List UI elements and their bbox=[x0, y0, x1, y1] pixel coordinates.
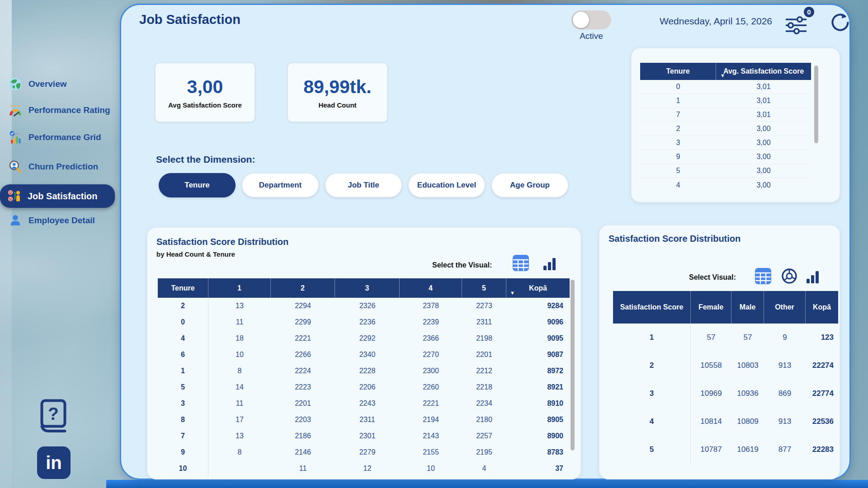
help-book-icon[interactable]: ? bbox=[38, 398, 68, 435]
column-header[interactable]: Kopā bbox=[806, 291, 838, 324]
table-visual-icon[interactable] bbox=[512, 254, 530, 274]
filter-sliders-icon[interactable] bbox=[785, 16, 807, 35]
table-cell: 8900 bbox=[506, 428, 570, 444]
table-cell: 8783 bbox=[506, 444, 570, 460]
refresh-icon[interactable] bbox=[830, 12, 851, 33]
table-cell: 2234 bbox=[462, 395, 506, 412]
table-cell: 2243 bbox=[335, 395, 400, 412]
bar-chart-visual-icon[interactable] bbox=[805, 269, 821, 287]
table-body: 2132294232623782273928401122992236223923… bbox=[158, 298, 570, 477]
table-row: 71321862301214322578900 bbox=[158, 428, 570, 444]
table-cell: 2366 bbox=[400, 330, 462, 347]
table-visual-icon[interactable] bbox=[754, 267, 772, 287]
page-title: Job Satisfaction bbox=[139, 12, 241, 27]
table-cell: 8 bbox=[208, 444, 271, 460]
sort-desc-icon[interactable]: ▼ bbox=[510, 290, 515, 296]
column-header[interactable]: 3 bbox=[335, 278, 400, 298]
dimension-button-job-title[interactable]: Job Title bbox=[325, 173, 402, 197]
table-cell: 4 bbox=[462, 460, 506, 477]
table-cell: 10814 bbox=[691, 408, 731, 436]
dimension-button-age-group[interactable]: Age Group bbox=[491, 173, 568, 197]
sidebar-item-label: Performance Rating bbox=[28, 105, 110, 115]
dimension-buttons: Tenure Department Job Title Education Le… bbox=[159, 173, 568, 197]
column-header[interactable]: Tenure bbox=[158, 278, 208, 298]
bottom-bar bbox=[106, 480, 868, 488]
table-cell: 913 bbox=[764, 352, 806, 380]
table-cell: 10619 bbox=[731, 436, 764, 464]
column-header[interactable]: Tenure bbox=[640, 63, 716, 80]
table-cell: 2198 bbox=[462, 330, 506, 347]
table-row: 10111210437 bbox=[158, 460, 570, 477]
table-cell: 2257 bbox=[462, 428, 506, 444]
table-cell: 10803 bbox=[731, 352, 764, 380]
table-cell: 2279 bbox=[335, 444, 400, 460]
column-header[interactable]: 5 bbox=[462, 278, 506, 298]
table-cell: 3,00 bbox=[716, 150, 811, 164]
dimension-button-education-level[interactable]: Education Level bbox=[408, 173, 485, 197]
table-cell: 18 bbox=[208, 330, 271, 347]
sidebar-item-performance-grid[interactable]: Performance Grid bbox=[3, 127, 116, 147]
bar-chart-visual-icon[interactable] bbox=[542, 256, 558, 274]
sidebar-item-churn-prediction[interactable]: Churn Prediction bbox=[3, 157, 116, 177]
toggle-label: Active bbox=[558, 31, 625, 41]
table-cell: 8 bbox=[158, 412, 208, 428]
scrollbar[interactable] bbox=[571, 280, 575, 450]
column-header[interactable]: Kopā bbox=[506, 278, 570, 298]
table-cell: 2236 bbox=[335, 314, 400, 330]
table-row: 157579123 bbox=[613, 324, 838, 352]
dimension-button-tenure[interactable]: Tenure bbox=[159, 173, 236, 197]
column-header[interactable]: Female bbox=[691, 291, 731, 324]
sort-desc-icon[interactable]: ▼ bbox=[720, 73, 725, 78]
table-cell: 2206 bbox=[335, 379, 400, 395]
section-subtitle: by Head Count & Tenure bbox=[156, 250, 235, 258]
table-cell: 9096 bbox=[506, 314, 570, 330]
column-header[interactable]: Other bbox=[764, 291, 806, 324]
table-cell: 9284 bbox=[506, 298, 570, 314]
table-cell: 1 bbox=[640, 94, 716, 108]
column-header[interactable]: 4 bbox=[400, 278, 462, 298]
faces-person-icon bbox=[7, 189, 22, 203]
table-cell: 2311 bbox=[462, 314, 506, 330]
table-cell: 2273 bbox=[462, 298, 506, 314]
gender-distribution-table: Satisfaction ScoreFemaleMaleOtherKopā 15… bbox=[613, 291, 838, 464]
table-row: 5107871061987722283 bbox=[613, 436, 838, 464]
table-cell: 3 bbox=[158, 395, 208, 412]
sidebar-item-employee-detail[interactable]: Employee Detail bbox=[3, 211, 116, 230]
table-cell: 3,00 bbox=[716, 164, 811, 178]
kpi-label: Avg Satisfaction Score bbox=[168, 101, 242, 109]
table-cell: 2223 bbox=[271, 379, 335, 395]
table-cell: 2340 bbox=[335, 347, 400, 363]
column-header[interactable]: Avg. Satisfaction Score bbox=[716, 63, 811, 80]
dimension-button-department[interactable]: Department bbox=[242, 173, 319, 197]
scrollbar[interactable] bbox=[814, 66, 818, 143]
table-cell: 2299 bbox=[271, 314, 335, 330]
dimension-label: Select the Dimension: bbox=[156, 154, 255, 165]
sidebar-item-overview[interactable]: Overview bbox=[3, 74, 116, 94]
table-cell: 3,01 bbox=[716, 80, 811, 94]
table-row: 31122012243222122348910 bbox=[158, 395, 570, 412]
table-cell: 2 bbox=[613, 352, 691, 380]
column-header[interactable]: 1 bbox=[208, 278, 271, 298]
table-cell: 11 bbox=[271, 460, 335, 477]
linkedin-icon[interactable]: in bbox=[37, 446, 71, 479]
table-row: 03,01 bbox=[640, 80, 811, 94]
donut-chart-visual-icon[interactable] bbox=[780, 267, 798, 287]
table-cell: 13 bbox=[208, 428, 271, 444]
table-cell: 10 bbox=[208, 347, 271, 363]
column-header[interactable]: Satisfaction Score bbox=[613, 291, 691, 324]
table-cell: 0 bbox=[158, 314, 208, 330]
table-cell: 2201 bbox=[271, 395, 335, 412]
table-row: 2105581080391322274 bbox=[613, 352, 838, 380]
table-cell: 2378 bbox=[400, 298, 462, 314]
table-cell: 9 bbox=[640, 150, 716, 164]
table-cell: 869 bbox=[764, 380, 806, 408]
table-cell: 9 bbox=[764, 324, 806, 352]
sidebar-item-job-satisfaction[interactable]: Job Satisfaction bbox=[0, 184, 115, 208]
column-header[interactable]: 2 bbox=[271, 278, 335, 298]
sidebar-item-performance-rating[interactable]: ★ ★ ★ Performance Rating bbox=[3, 100, 116, 120]
table-cell: 57 bbox=[691, 324, 731, 352]
column-header[interactable]: Male bbox=[731, 291, 764, 324]
kpi-label: Head Count bbox=[318, 101, 356, 109]
table-cell: 9087 bbox=[506, 347, 570, 363]
active-toggle[interactable] bbox=[571, 10, 611, 29]
